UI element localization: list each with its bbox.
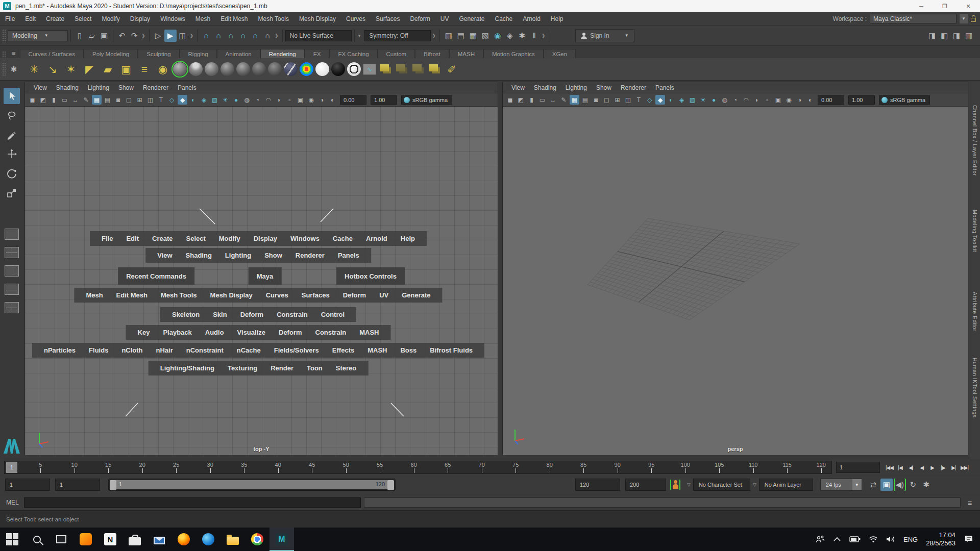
exposure-field[interactable]: 0.00	[340, 95, 366, 105]
sidebar-vertical-tab[interactable]: Human IK	[972, 358, 978, 384]
paint-effects-icon[interactable]: ✐	[444, 61, 460, 78]
anti-alias-icon[interactable]: ◠	[741, 95, 751, 105]
shelf-tab[interactable]: XGen	[544, 49, 576, 58]
hypershade-icon[interactable]: ◉	[492, 30, 504, 42]
step-forward-key-button[interactable]: |▶	[938, 461, 948, 473]
play-backwards-button[interactable]: ◀	[916, 461, 927, 473]
use-background-icon[interactable]	[347, 62, 361, 76]
panel-menu-item[interactable]: Panels	[173, 84, 201, 91]
anim-layer-select[interactable]: No Anim Layer	[759, 479, 813, 491]
render-view-shelf-icon[interactable]: ∿	[363, 64, 376, 75]
hotbox-menu-item[interactable]: Curves	[259, 291, 295, 299]
point-light-icon[interactable]: ✳	[26, 61, 42, 78]
hotbox-menu-item[interactable]: nConstraint	[180, 346, 230, 354]
grease-pencil-icon[interactable]: ✎	[81, 95, 91, 105]
hotbox-menu-item[interactable]: Show	[258, 252, 289, 259]
panel-menu-item[interactable]: Show	[592, 84, 616, 91]
resolution-gate-icon[interactable]: ◙	[591, 95, 601, 105]
play-forwards-button[interactable]: ▶	[927, 461, 938, 473]
hotbox-menu-item[interactable]: Lighting	[218, 252, 258, 259]
panel-menu-item[interactable]: Panels	[651, 84, 679, 91]
menu-item[interactable]: Help	[546, 12, 569, 25]
wifi-icon[interactable]	[869, 536, 878, 543]
hotbox-menu-item[interactable]: Modify	[212, 235, 247, 242]
exposure-toggle-icon[interactable]: ◑	[795, 95, 804, 105]
viewport-canvas-persp[interactable]: persp	[503, 107, 968, 455]
menu-item[interactable]: Modify	[96, 12, 125, 25]
hotbox-menu-item[interactable]: Stereo	[329, 364, 363, 372]
loop-icon[interactable]: ⇄	[867, 479, 879, 491]
expand-icon[interactable]: ❯	[432, 33, 436, 38]
menu-item[interactable]: Edit	[20, 12, 41, 25]
render-frame-icon[interactable]: ▤	[455, 30, 467, 42]
select-tool[interactable]	[4, 88, 20, 104]
anisotropic-material-icon[interactable]	[252, 62, 266, 76]
camera-icon[interactable]: ◉	[155, 61, 171, 78]
hotbox-menu-item[interactable]: Skeleton	[165, 311, 206, 318]
hotbox-menu-item[interactable]: Deform	[336, 291, 373, 299]
character-set-icon[interactable]	[670, 480, 680, 490]
menu-item[interactable]: File	[0, 12, 20, 25]
save-scene-icon[interactable]: ▣	[98, 30, 110, 42]
expand-icon[interactable]: ❯	[542, 33, 546, 38]
playback-start-field[interactable]: 1	[55, 479, 100, 491]
shelf-tab[interactable]: MASH	[449, 49, 483, 58]
shadows-icon[interactable]: ●	[231, 95, 241, 105]
live-surface-field[interactable]: No Live Surface	[285, 30, 352, 41]
capture-icon[interactable]: ◉	[784, 95, 794, 105]
safe-title-icon[interactable]: T	[156, 95, 166, 105]
workspace-select[interactable]: Maya Classic*	[870, 14, 957, 23]
viewport-canvas-top[interactable]: FileEditCreateSelectModifyDisplayWindows…	[25, 107, 498, 455]
step-back-frame-button[interactable]: |◀	[895, 461, 905, 473]
command-language-button[interactable]: MEL	[6, 499, 19, 506]
mute-icon[interactable]: ◀)	[894, 479, 906, 491]
hotbox-maya-menu[interactable]: Maya	[249, 267, 282, 285]
colorspace-select[interactable]: sRGB gamma	[401, 95, 452, 105]
shelf-tab[interactable]: Poly Modeling	[84, 49, 138, 58]
menu-item[interactable]: Select	[69, 12, 96, 25]
menu-item[interactable]: Arnold	[518, 12, 546, 25]
blinn-material-icon[interactable]	[205, 62, 218, 76]
shading-node-disabled-icon[interactable]	[396, 64, 405, 71]
panel-menu-item[interactable]: Lighting	[83, 84, 114, 91]
gamma-toggle-icon[interactable]: ◐	[328, 95, 337, 105]
shelf-tab[interactable]: Bifrost	[415, 49, 449, 58]
animation-start-field[interactable]: 1	[5, 479, 50, 491]
fps-select[interactable]: 24 fps ▼	[820, 479, 862, 491]
hotbox-menu-item[interactable]: Effects	[326, 346, 361, 354]
shelf-tab[interactable]: Rendering	[260, 49, 305, 58]
menu-item[interactable]: Cache	[489, 12, 518, 25]
hotbox-menu-item[interactable]: nCache	[230, 346, 267, 354]
motion-blur-icon[interactable]: ◔	[730, 95, 740, 105]
panel-menu-item[interactable]: View	[507, 84, 529, 91]
hotbox-menu-item[interactable]: Surfaces	[295, 291, 336, 299]
plugin-objects-icon[interactable]: ▣	[773, 95, 783, 105]
hotbox-menu-item[interactable]: Toon	[300, 364, 329, 372]
panel-menu-item[interactable]: Renderer	[138, 84, 173, 91]
spot-light-icon[interactable]: ◤	[81, 61, 97, 78]
render-view-icon[interactable]: ▥	[443, 30, 455, 42]
shelf-gear-icon[interactable]: ✱	[8, 63, 20, 76]
file-explorer-app[interactable]	[220, 528, 245, 551]
range-fill[interactable]	[110, 480, 394, 489]
wireframe-icon[interactable]: ◇	[167, 95, 177, 105]
hotbox-menu-item[interactable]: Lighting/Shading	[154, 364, 221, 372]
sidebar-vertical-tab[interactable]: Attribute Editor	[972, 292, 978, 331]
hotbox-menu-item[interactable]: Cache	[326, 235, 359, 242]
hotbox-menu-item[interactable]: Select	[179, 235, 212, 242]
hotbox-menu-item[interactable]: Render	[264, 364, 300, 372]
lighting-icon[interactable]: ☀	[220, 95, 230, 105]
camera-attributes-icon[interactable]: ◩	[516, 95, 526, 105]
film-gate-icon[interactable]: ▤	[103, 95, 112, 105]
hotbox-menu-item[interactable]: Mesh Display	[204, 291, 259, 299]
menu-item[interactable]: Generate	[454, 12, 489, 25]
colorspace-select[interactable]: sRGB gamma	[879, 95, 930, 105]
shelf-tab[interactable]: Sculpting	[138, 49, 179, 58]
capture-icon[interactable]: ◉	[306, 95, 316, 105]
hotbox-menu-item[interactable]: Deform	[234, 311, 271, 318]
hotbox-menu-item[interactable]: Deform	[272, 329, 309, 336]
move-tool[interactable]	[4, 146, 20, 162]
new-scene-icon[interactable]: ▯	[74, 30, 86, 42]
lighting-icon[interactable]: ☀	[698, 95, 708, 105]
shading-group-icon[interactable]	[412, 64, 422, 71]
